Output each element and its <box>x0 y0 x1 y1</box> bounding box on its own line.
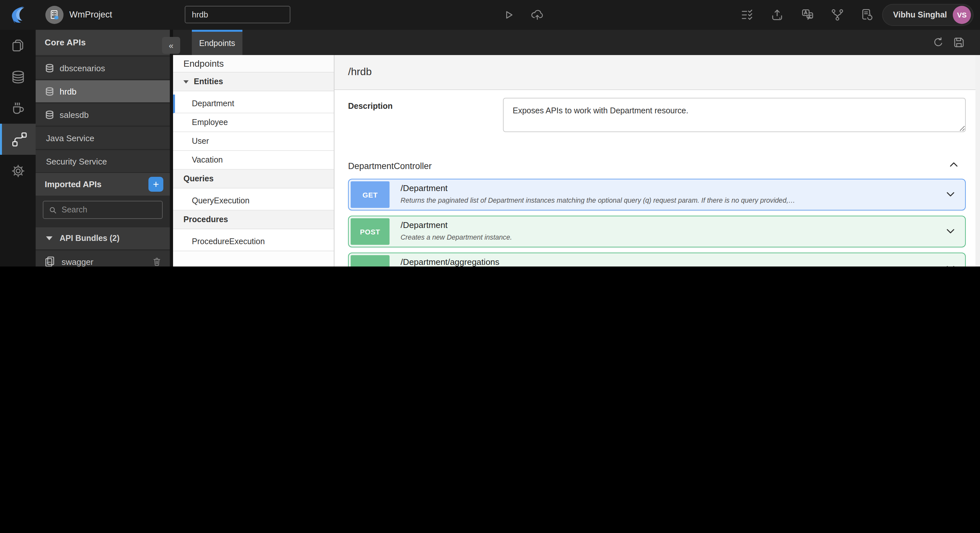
method-badge: GET <box>351 181 390 208</box>
endpoints-tree-panel: Endpoints Entities Department Employee U… <box>173 55 334 266</box>
checklist-icon[interactable] <box>740 8 754 22</box>
tree-item-label: User <box>192 136 209 146</box>
sidebar-item-label: Security Service <box>46 156 107 166</box>
endpoint-row[interactable]: POST /Department Creates a new Departmen… <box>348 216 966 247</box>
add-api-button[interactable]: + <box>148 177 163 192</box>
page-title: /hrdb <box>348 66 372 78</box>
tree-item-employee[interactable]: Employee <box>173 113 334 132</box>
delete-icon[interactable] <box>152 257 162 266</box>
tab-bar: Endpoints <box>173 30 980 55</box>
rail-database-icon[interactable] <box>0 62 36 93</box>
api-doc-icon: API <box>43 255 56 266</box>
play-icon[interactable] <box>501 8 515 22</box>
chevron-up-icon[interactable] <box>950 162 958 167</box>
collapse-panel-button[interactable]: « <box>162 37 180 54</box>
top-bar: WmProject Vibhu Si <box>0 0 980 30</box>
chevron-down-icon[interactable] <box>946 265 955 266</box>
endpoint-path: /Department/aggregations <box>401 257 500 266</box>
save-icon[interactable] <box>952 36 966 49</box>
rail-settings-icon[interactable] <box>0 155 36 187</box>
tree-item-label: ProcedureExecution <box>192 237 265 246</box>
database-icon <box>45 110 54 119</box>
group-label: API Bundles (2) <box>60 234 119 243</box>
tab-label: Endpoints <box>199 39 235 48</box>
tree-group-entities[interactable]: Entities <box>173 73 334 91</box>
search-input[interactable] <box>62 205 146 214</box>
tree-item-procedureexecution[interactable]: ProcedureExecution <box>173 233 334 251</box>
core-apis-header: Core APIs <box>36 30 170 55</box>
tree-group-label: Queries <box>183 174 213 183</box>
list-item-label: swagger <box>62 257 146 266</box>
endpoint-path: /Department <box>401 183 447 193</box>
api-search <box>43 201 163 219</box>
sidebar-item-salesdb[interactable]: salesdb <box>36 104 170 126</box>
project-name: WmProject <box>69 0 112 30</box>
description-label: Description <box>348 102 393 111</box>
sidebar-item-hrdb[interactable]: hrdb <box>36 80 170 103</box>
sidebar-item-label: salesdb <box>60 110 89 119</box>
endpoint-path: /Department <box>401 220 447 230</box>
rail-java-icon[interactable] <box>0 93 36 124</box>
tree-item-vacation[interactable]: Vacation <box>173 151 334 170</box>
service-header-band: /hrdb <box>334 55 980 90</box>
main-scrollbar-track[interactable] <box>975 55 980 266</box>
core-apis-panel: Core APIs dbscenarios hrdb salesdb Java … <box>36 30 170 266</box>
controller-name: DepartmentController <box>348 161 432 171</box>
sidebar-item-label: hrdb <box>60 86 76 96</box>
wavemaker-logo-icon[interactable] <box>7 5 28 25</box>
imported-apis-title: Imported APIs <box>45 179 102 189</box>
project-icon[interactable] <box>45 6 64 24</box>
tree-gap <box>173 91 334 95</box>
description-textarea[interactable]: Exposes APIs to work with Department res… <box>503 98 966 132</box>
tree-item-label: Department <box>192 99 234 108</box>
user-menu[interactable]: Vibhu Singhal VS <box>882 4 974 26</box>
triangle-down-icon <box>183 80 189 83</box>
search-icon <box>49 206 57 214</box>
tree-group-label: Entities <box>194 77 223 86</box>
export-icon[interactable] <box>770 8 784 22</box>
tree-gap <box>173 189 334 192</box>
rail-api-designer-icon[interactable] <box>0 124 36 155</box>
panel-divider <box>170 30 173 266</box>
chevron-down-icon[interactable] <box>946 192 955 197</box>
translate-icon[interactable] <box>800 8 815 22</box>
endpoint-row[interactable]: POST /Department/aggregations Returns ag… <box>348 252 966 266</box>
refresh-icon[interactable] <box>931 36 945 49</box>
list-item-swagger[interactable]: API swagger <box>36 251 170 266</box>
database-icon <box>45 86 54 96</box>
sidebar-item-java-service[interactable]: Java Service <box>36 127 170 150</box>
core-apis-title: Core APIs <box>45 38 86 47</box>
group-api-bundles[interactable]: API Bundles (2) <box>36 227 170 250</box>
tree-item-user[interactable]: User <box>173 132 334 151</box>
chevron-down-icon[interactable] <box>946 228 955 234</box>
git-branch-icon[interactable] <box>830 8 845 22</box>
tree-group-label: Procedures <box>183 215 228 224</box>
tree-item-department[interactable]: Department <box>173 95 334 113</box>
file-sync-icon[interactable] <box>860 8 874 22</box>
method-badge: POST <box>351 218 390 245</box>
database-icon <box>45 63 54 73</box>
cloud-upload-icon[interactable] <box>530 8 544 22</box>
tree-item-label: QueryExecution <box>192 196 250 205</box>
endpoints-panel-title: Endpoints <box>173 55 334 73</box>
tab-endpoints[interactable]: Endpoints <box>192 30 242 55</box>
endpoint-list: GET /Department Returns the paginated li… <box>348 179 966 266</box>
tree-item-label: Vacation <box>192 155 223 165</box>
user-name: Vibhu Singhal <box>893 10 947 19</box>
tree-group-procedures[interactable]: Procedures <box>173 211 334 229</box>
tree-group-queries[interactable]: Queries <box>173 170 334 189</box>
avatar: VS <box>953 6 971 24</box>
sidebar-item-label: Java Service <box>46 133 94 143</box>
sidebar-item-security-service[interactable]: Security Service <box>36 150 170 173</box>
method-badge: POST <box>351 255 390 266</box>
sidebar-item-dbscenarios[interactable]: dbscenarios <box>36 57 170 80</box>
tree-item-label: Employee <box>192 118 228 127</box>
rail-pages-icon[interactable] <box>0 30 36 61</box>
endpoint-description: Returns the paginated list of Department… <box>401 196 932 204</box>
tree-item-queryexecution[interactable]: QueryExecution <box>173 192 334 211</box>
app-root: WmProject Vibhu Si <box>0 0 980 266</box>
endpoint-description: Creates a new Department instance. <box>401 233 932 241</box>
sidebar-item-label: dbscenarios <box>60 63 105 73</box>
project-search-input[interactable] <box>185 6 290 23</box>
endpoint-row[interactable]: GET /Department Returns the paginated li… <box>348 179 966 211</box>
